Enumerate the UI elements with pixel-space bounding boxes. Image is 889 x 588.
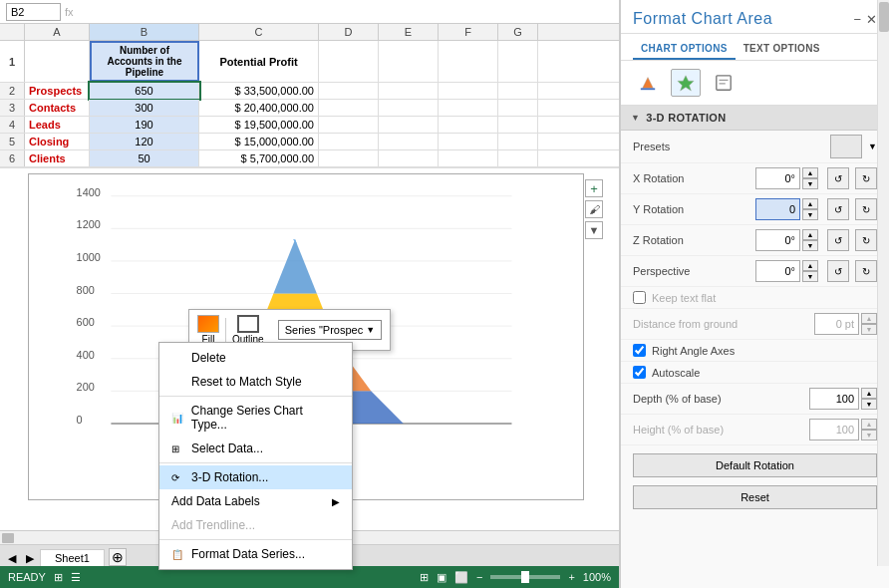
add-sheet-btn[interactable]: ⊕ xyxy=(109,548,127,566)
presets-btn[interactable] xyxy=(830,135,862,158)
ctx-item-format-data-series[interactable]: 📋 Format Data Series... xyxy=(159,542,352,566)
default-rotation-btn[interactable]: Default Rotation xyxy=(633,453,877,477)
distance-label: Distance from ground xyxy=(633,318,808,330)
tab-text-options[interactable]: TEXT OPTIONS xyxy=(736,39,828,60)
distance-up[interactable]: ▲ xyxy=(861,313,877,324)
col-header-d[interactable]: D xyxy=(319,24,379,40)
next-sheet-btn[interactable]: ▶ xyxy=(22,550,38,566)
chart-area[interactable]: 1400 1200 1000 800 600 400 200 0 xyxy=(28,173,584,500)
cell-a2[interactable]: Prospects xyxy=(25,83,90,99)
ctx-item-add-trendline[interactable]: Add Trendline... xyxy=(159,513,352,537)
height-input[interactable] xyxy=(809,419,859,441)
x-rotation-up[interactable]: ▲ xyxy=(802,167,818,178)
cell-a5[interactable]: Closing xyxy=(25,134,90,149)
ctx-item-add-data-labels[interactable]: Add Data Labels ▶ xyxy=(159,489,352,513)
height-up[interactable]: ▲ xyxy=(861,419,877,430)
fill-line-icon-btn[interactable] xyxy=(633,69,663,97)
cell-b4[interactable]: 190 xyxy=(90,117,199,133)
autoscale-checkbox[interactable] xyxy=(633,366,646,379)
z-rotation-ccw[interactable]: ↺ xyxy=(827,229,849,251)
sheet-tab-sheet1[interactable]: Sheet1 xyxy=(40,549,105,566)
col-header-c[interactable]: C xyxy=(199,24,319,40)
fill-button[interactable]: Fill xyxy=(197,315,219,345)
z-rotation-input[interactable] xyxy=(755,229,800,251)
perspective-up[interactable]: ▲ xyxy=(802,260,818,271)
x-rotation-input[interactable] xyxy=(755,167,800,189)
x-rotation-ccw[interactable]: ↺ xyxy=(827,167,849,189)
height-down[interactable]: ▼ xyxy=(861,430,877,441)
y-rotation-input[interactable] xyxy=(755,198,800,220)
distance-down[interactable]: ▼ xyxy=(861,324,877,335)
col-header-g[interactable]: G xyxy=(498,24,538,40)
z-rotation-cw[interactable]: ↻ xyxy=(855,229,877,251)
cell-c6[interactable]: $ 5,700,000.00 xyxy=(199,150,319,166)
cell-b5[interactable]: 120 xyxy=(90,134,199,149)
perspective-row: Perspective ▲ ▼ ↺ ↻ xyxy=(621,256,889,287)
y-rotation-down[interactable]: ▼ xyxy=(802,209,818,220)
distance-input[interactable] xyxy=(814,313,859,335)
zoom-slider[interactable] xyxy=(490,575,560,579)
cell-c1[interactable]: Potential Profit xyxy=(199,41,319,82)
panel-min-btn[interactable]: − xyxy=(853,12,861,27)
reset-btn[interactable]: Reset xyxy=(633,485,877,509)
cell-c4[interactable]: $ 19,500,000.00 xyxy=(199,117,319,133)
ctx-item-reset[interactable]: Reset to Match Style xyxy=(159,370,352,394)
series-dropdown[interactable]: Series "Prospec ▼ xyxy=(278,320,382,340)
perspective-input[interactable] xyxy=(755,260,800,282)
chart-brush-btn[interactable]: 🖌 xyxy=(585,200,603,218)
x-rotation-down[interactable]: ▼ xyxy=(802,178,818,189)
cell-a6[interactable]: Clients xyxy=(25,150,90,166)
effects-icon-btn[interactable] xyxy=(671,69,701,97)
size-properties-icon-btn[interactable] xyxy=(709,69,739,97)
chart-add-btn[interactable]: + xyxy=(585,179,603,197)
panel-close-btn[interactable]: ✕ xyxy=(866,12,877,27)
height-row: Height (% of base) ▲ ▼ xyxy=(621,415,889,445)
outline-button[interactable]: Outline xyxy=(232,315,264,345)
ctx-item-select-data[interactable]: ⊞ Select Data... xyxy=(159,437,352,460)
y-rotation-cw[interactable]: ↻ xyxy=(855,198,877,220)
cell-a4[interactable]: Leads xyxy=(25,117,90,133)
cell-b1[interactable]: Number ofAccounts in thePipeline xyxy=(90,41,199,82)
cell-b2[interactable]: 650 xyxy=(90,83,199,99)
col-header-a[interactable]: A xyxy=(25,24,90,40)
panel-scrollbar[interactable] xyxy=(877,0,889,566)
cell-g1[interactable] xyxy=(498,41,538,82)
zoom-in-icon[interactable]: + xyxy=(568,571,574,583)
cell-a3[interactable]: Contacts xyxy=(25,100,90,116)
prev-sheet-btn[interactable]: ◀ xyxy=(4,550,20,566)
section-header-3d-rotation[interactable]: ▼ 3-D ROTATION xyxy=(621,106,889,131)
x-rotation-cw[interactable]: ↻ xyxy=(855,167,877,189)
col-header-b[interactable]: B xyxy=(90,24,199,40)
z-rotation-down[interactable]: ▼ xyxy=(802,240,818,251)
perspective-down[interactable]: ▼ xyxy=(802,271,818,282)
cell-d1[interactable] xyxy=(319,41,379,82)
cell-a1[interactable] xyxy=(25,41,90,82)
ctx-item-delete[interactable]: Delete xyxy=(159,346,352,370)
cell-c5[interactable]: $ 15,000,000.00 xyxy=(199,134,319,149)
y-rotation-up[interactable]: ▲ xyxy=(802,198,818,209)
right-angle-axes-checkbox[interactable] xyxy=(633,344,646,357)
zoom-out-icon[interactable]: − xyxy=(476,571,482,583)
depth-up[interactable]: ▲ xyxy=(861,388,877,399)
perspective-cw[interactable]: ↻ xyxy=(855,260,877,282)
y-rotation-ccw[interactable]: ↺ xyxy=(827,198,849,220)
name-box[interactable] xyxy=(6,3,61,21)
presets-dropdown-arrow[interactable]: ▼ xyxy=(868,142,877,151)
col-header-f[interactable]: F xyxy=(439,24,498,40)
col-header-e[interactable]: E xyxy=(379,24,439,40)
chart-filter-btn[interactable]: ▼ xyxy=(585,221,603,239)
cell-e1[interactable] xyxy=(379,41,439,82)
perspective-ccw[interactable]: ↺ xyxy=(827,260,849,282)
ctx-item-change-chart-type[interactable]: 📊 Change Series Chart Type... xyxy=(159,399,352,437)
cell-c3[interactable]: $ 20,400,000.00 xyxy=(199,100,319,116)
keep-text-flat-checkbox[interactable] xyxy=(633,291,646,304)
depth-input[interactable] xyxy=(809,388,859,410)
ctx-item-3d-rotation[interactable]: ⟳ 3-D Rotation... xyxy=(159,465,352,489)
cell-b6[interactable]: 50 xyxy=(90,150,199,166)
cell-f1[interactable] xyxy=(439,41,498,82)
cell-b3[interactable]: 300 xyxy=(90,100,199,116)
depth-down[interactable]: ▼ xyxy=(861,399,877,410)
cell-c2[interactable]: $ 33,500,000.00 xyxy=(199,83,319,99)
tab-chart-options[interactable]: CHART OPTIONS xyxy=(633,39,736,60)
z-rotation-up[interactable]: ▲ xyxy=(802,229,818,240)
